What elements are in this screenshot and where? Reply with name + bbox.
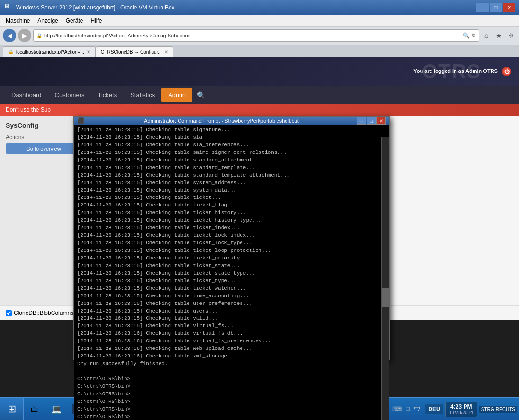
menu-hilfe[interactable]: Hilfe — [87, 17, 106, 25]
tab1-icon: 🔒 — [8, 49, 14, 54]
cmd-window: ⬛ Administrator: Command Prompt - Strawb… — [73, 116, 390, 360]
cmd-icon: ⬛ — [77, 117, 84, 124]
cmd-close-button[interactable]: ✕ — [376, 117, 386, 125]
cmd-minimize-button[interactable]: ─ — [357, 117, 366, 125]
tab1-close-icon[interactable]: ✕ — [87, 49, 90, 54]
window-icon: 🖥 — [4, 3, 13, 12]
taskbar-item-servermgr[interactable]: 💻 — [46, 400, 66, 418]
tab2-close-icon[interactable]: ✕ — [164, 49, 168, 54]
user-info: You are logged in as Admin OTRS ⏻ — [413, 67, 511, 76]
browser-tab-2[interactable]: OTRSCloneDB → Configur... ✕ — [96, 46, 173, 57]
cmd-scrollbar[interactable] — [381, 137, 389, 420]
browser-chrome: ◀ ▶ 🔒 http://localhost/otrs/index.pl?Act… — [0, 27, 519, 57]
settings-icon[interactable]: ⚙ — [506, 30, 516, 41]
cmd-maximize-button[interactable]: □ — [367, 117, 376, 125]
keyboard-tray-icon: ⌨ — [391, 404, 403, 414]
nav-customers[interactable]: Customers — [48, 88, 91, 102]
tab2-label: OTRSCloneDB → Configur... — [101, 49, 162, 54]
logout-button[interactable]: ⏻ — [502, 67, 511, 76]
otrs-application: OTRS You are logged in as Admin OTRS ⏻ D… — [0, 57, 519, 320]
cmd-titlebar: ⬛ Administrator: Command Prompt - Strawb… — [74, 117, 389, 125]
nav-search-icon[interactable]: 🔍 — [192, 89, 210, 102]
address-text: http://localhost/otrs/index.pl?Action=Ad… — [44, 33, 461, 38]
clonedb-label: CloneDB::BlobColumns — [14, 310, 73, 316]
forward-button[interactable]: ▶ — [18, 29, 31, 42]
menu-anzeige[interactable]: Anzeige — [34, 17, 62, 25]
clock-date: 11/28/2014 — [449, 410, 473, 415]
nav-tickets[interactable]: Tickets — [91, 88, 124, 102]
minimize-button[interactable]: ─ — [476, 3, 489, 12]
language-indicator: DEU — [425, 404, 443, 414]
nav-dashboard[interactable]: Dashboard — [5, 88, 48, 102]
window-titlebar: 🖥 Windows Server 2012 [wird ausgeführt] … — [0, 0, 519, 15]
fileexplorer-icon: 🗂 — [29, 403, 40, 415]
otrs-header: OTRS You are logged in as Admin OTRS ⏻ — [0, 57, 519, 86]
browser-toolbar: ◀ ▶ 🔒 http://localhost/otrs/index.pl?Act… — [0, 27, 519, 45]
cmd-output: [2014-11-28 16:23:15] Checking table sig… — [74, 125, 389, 420]
address-bar[interactable]: 🔒 http://localhost/otrs/index.pl?Action=… — [33, 29, 479, 42]
home-icon[interactable]: ⌂ — [481, 30, 492, 41]
nav-admin[interactable]: Admin — [161, 88, 192, 102]
menu-maschine[interactable]: Maschine — [2, 17, 34, 25]
menu-geraete[interactable]: Geräte — [62, 17, 87, 25]
browser-tab-1[interactable]: 🔒 localhost/otrs/index.pl?Action=... ✕ — [3, 46, 96, 57]
taskbar-item-fileexplorer[interactable]: 🗂 — [25, 400, 45, 418]
nav-statistics[interactable]: Statistics — [124, 88, 161, 102]
address-search-icon: 🔍 — [463, 32, 470, 39]
address-refresh-icon: ↻ — [471, 32, 476, 39]
tab1-label: localhost/otrs/index.pl?Action=... — [16, 49, 84, 54]
go-to-overview-button[interactable]: Go to overview — [6, 143, 81, 154]
clonedb-checkbox[interactable] — [6, 310, 12, 316]
close-button[interactable]: ✕ — [503, 3, 515, 12]
sidebar-title: SysConfig — [6, 122, 81, 129]
start-icon: ⊞ — [8, 403, 16, 415]
cmd-scroll-thumb[interactable] — [382, 288, 389, 307]
warning-banner: Don't use the Sup — [0, 104, 519, 116]
servermanager-icon: 💻 — [51, 403, 62, 415]
otrs-navigation: Dashboard Customers Tickets Statistics A… — [0, 86, 519, 104]
window-controls: ─ □ ✕ — [476, 3, 515, 12]
clock-time: 4:23 PM — [449, 403, 473, 410]
address-lock-icon: 🔒 — [36, 33, 42, 38]
network-tray-icon2: 🖥 — [403, 404, 412, 414]
warning-text: Don't use the Sup — [6, 107, 51, 113]
back-button[interactable]: ◀ — [3, 29, 16, 42]
start-button[interactable]: ⊞ — [0, 398, 24, 420]
otrs-content-area: SysConfig Actions Go to overview − − − — [0, 116, 519, 305]
address-bar-icons: 🔍 ↻ — [463, 32, 476, 39]
cmd-controls: ─ □ ✕ — [357, 117, 386, 125]
maximize-button[interactable]: □ — [490, 3, 502, 12]
logged-in-text: You are logged in as — [413, 68, 464, 74]
cmd-body: [2014-11-28 16:23:15] Checking table sig… — [74, 125, 389, 420]
window-title: Windows Server 2012 [wird ausgeführt] - … — [16, 4, 476, 11]
antivirus-tray-icon: 🛡 — [413, 404, 421, 414]
username: Admin OTRS — [465, 68, 498, 74]
sidebar-section-actions: Actions — [6, 134, 81, 141]
system-clock[interactable]: 4:23 PM 11/28/2014 — [445, 402, 477, 417]
strg-rechts-label: STRG-RECHTS — [479, 406, 517, 413]
bookmark-icon[interactable]: ★ — [493, 30, 504, 41]
win-menubar: Maschine Anzeige Geräte Hilfe — [0, 15, 519, 27]
cmd-title: Administrator: Command Prompt - Strawber… — [86, 118, 357, 124]
